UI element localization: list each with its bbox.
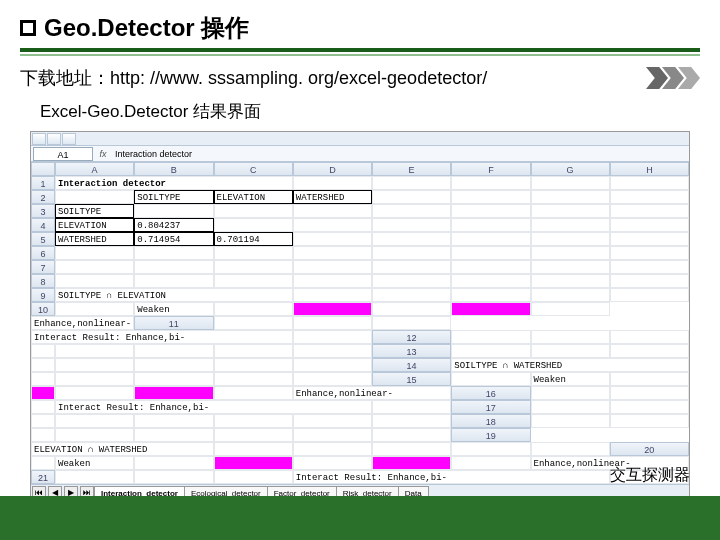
cell[interactable] [214,218,293,232]
row-header[interactable]: 21 [31,470,55,484]
cell[interactable]: Interact Result: Enhance,bi- [55,400,372,414]
row-header[interactable]: 5 [31,232,55,246]
cell[interactable]: ELEVATION [55,218,134,232]
cell[interactable] [610,176,689,190]
cell[interactable] [293,204,372,218]
cell[interactable] [293,302,372,316]
cell[interactable] [31,428,55,442]
cell[interactable] [531,386,610,400]
cell[interactable] [610,386,689,400]
cell[interactable] [531,246,610,260]
cell[interactable] [293,456,372,470]
name-box[interactable]: A1 [33,147,93,161]
cell[interactable] [293,288,372,302]
cell[interactable] [531,176,610,190]
cell[interactable] [531,330,610,344]
column-header[interactable]: E [372,162,451,176]
cell[interactable]: Enhance,nonlinear- [293,386,452,400]
cell[interactable] [610,330,689,344]
cell[interactable] [214,442,293,456]
cell[interactable] [134,414,213,428]
toolbar-button[interactable] [32,133,46,145]
cell[interactable] [610,218,689,232]
cell[interactable] [55,358,134,372]
cell[interactable] [293,442,372,456]
cell[interactable] [293,232,372,246]
cell[interactable] [214,456,293,470]
cell[interactable] [293,358,372,372]
row-header[interactable]: 2 [31,190,55,204]
cell[interactable] [531,190,610,204]
cell[interactable]: SOILTYPE [55,204,134,218]
cell[interactable] [451,442,530,456]
cell[interactable]: WATERSHED [55,232,134,246]
cell[interactable] [134,386,213,400]
cell[interactable] [531,302,610,316]
cell[interactable] [31,456,55,470]
cell[interactable] [531,260,610,274]
cell[interactable] [214,204,293,218]
cell[interactable] [55,344,134,358]
cell[interactable]: Interaction detector [55,176,293,190]
cell[interactable] [610,288,689,302]
cell[interactable] [55,246,134,260]
cell[interactable] [451,372,530,386]
cell[interactable] [451,288,530,302]
cell[interactable] [610,414,689,428]
cell[interactable]: Enhance,nonlinear- [31,316,134,330]
cell[interactable] [451,344,530,358]
cell[interactable] [55,428,134,442]
column-header[interactable]: G [531,162,610,176]
cell[interactable] [372,204,451,218]
cell[interactable] [55,302,134,316]
column-header[interactable]: C [214,162,293,176]
cell[interactable] [610,232,689,246]
cell[interactable] [134,204,213,218]
row-header[interactable]: 11 [134,316,213,330]
cell[interactable] [451,260,530,274]
cell[interactable] [372,218,451,232]
cell[interactable] [293,330,372,344]
row-header[interactable]: 7 [31,260,55,274]
cell[interactable]: Weaken [134,302,213,316]
column-header[interactable] [31,162,55,176]
cell[interactable] [451,302,530,316]
cell[interactable] [372,400,451,414]
row-header[interactable]: 3 [31,204,55,218]
cell[interactable] [214,428,293,442]
cell[interactable] [214,358,293,372]
cell[interactable]: Weaken [55,456,134,470]
cell[interactable] [610,246,689,260]
row-header[interactable]: 6 [31,246,55,260]
cell[interactable] [610,274,689,288]
row-header[interactable]: 9 [31,288,55,302]
cell[interactable] [214,344,293,358]
cell[interactable] [134,372,213,386]
row-header[interactable]: 15 [372,372,451,386]
cell[interactable] [531,232,610,246]
row-header[interactable]: 18 [451,414,530,428]
cell[interactable] [451,204,530,218]
cell[interactable]: SOILTYPE [134,190,213,204]
toolbar-button[interactable] [47,133,61,145]
cell[interactable] [214,316,293,330]
cell[interactable] [451,456,530,470]
cell[interactable] [214,274,293,288]
cell[interactable] [531,288,610,302]
row-header[interactable]: 14 [372,358,451,372]
cell[interactable] [372,274,451,288]
cell[interactable] [31,400,55,414]
cell[interactable] [372,316,451,330]
cell[interactable] [134,260,213,274]
cell[interactable] [531,218,610,232]
row-header[interactable]: 17 [451,400,530,414]
cell[interactable] [451,246,530,260]
cell[interactable]: Interact Result: Enhance,bi- [293,470,610,484]
cell[interactable] [55,386,134,400]
cell[interactable] [372,288,451,302]
cell[interactable] [134,274,213,288]
cell[interactable] [372,302,451,316]
row-header[interactable]: 16 [451,386,530,400]
cell[interactable] [372,190,451,204]
cell[interactable] [55,372,134,386]
